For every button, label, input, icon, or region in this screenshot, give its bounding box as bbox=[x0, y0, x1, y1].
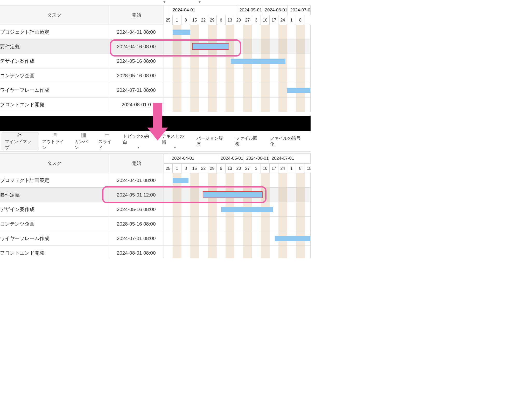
gantt-bar[interactable] bbox=[275, 236, 311, 241]
task-row[interactable]: プロジェクト計画策定2024-04-01 08:00 bbox=[0, 25, 311, 39]
gantt-bar[interactable] bbox=[173, 30, 190, 35]
gantt-lane[interactable] bbox=[164, 68, 311, 83]
gantt-lane[interactable] bbox=[164, 97, 311, 112]
timeline-day: 27 bbox=[243, 15, 252, 25]
gantt-bar[interactable] bbox=[231, 59, 285, 64]
task-start-cell[interactable]: 2024-08-01 0 bbox=[109, 97, 164, 112]
task-row[interactable]: 要件定義2024-04-16 08:00 bbox=[0, 39, 311, 54]
timeline-day: 17 bbox=[270, 15, 278, 25]
timeline-month: 2024-07-01 bbox=[269, 154, 294, 163]
task-row[interactable]: 要件定義2024-05-01 12:00 bbox=[0, 188, 311, 202]
gantt-lane[interactable] bbox=[164, 246, 311, 258]
timeline-month: 2024-05-01 bbox=[218, 154, 243, 163]
gantt-lane[interactable] bbox=[164, 83, 311, 97]
gantt-before: タスク 開始 2024-04-012024-05-012024-06-01202… bbox=[0, 5, 311, 122]
timeline-month bbox=[164, 154, 169, 163]
col-header-task: タスク bbox=[0, 153, 109, 173]
timeline-day: 15 bbox=[190, 164, 199, 173]
timeline-month: 2024-06-01 bbox=[262, 5, 288, 15]
timeline-day: 25 bbox=[164, 164, 173, 173]
task-row[interactable]: フロントエンド開発2024-08-01 0 bbox=[0, 97, 311, 112]
task-name-cell[interactable]: プロジェクト計画策定 bbox=[0, 25, 109, 39]
dropdown-caret-icon[interactable]: ▾ bbox=[163, 0, 165, 4]
timeline-day: 6 bbox=[217, 15, 226, 25]
gantt-lane[interactable] bbox=[164, 173, 311, 187]
task-name-cell[interactable]: デザイン案作成 bbox=[0, 202, 109, 216]
task-row[interactable]: コンテンツ企画2028-05-16 08:00 bbox=[0, 68, 311, 83]
task-start-cell[interactable]: 2024-05-16 08:00 bbox=[109, 54, 164, 68]
col-header-start: 開始 bbox=[109, 5, 164, 25]
task-start-cell[interactable]: 2024-07-01 08:00 bbox=[109, 231, 164, 246]
timeline-day: 10 bbox=[261, 164, 270, 173]
gantt-lane[interactable] bbox=[164, 202, 311, 216]
task-start-cell[interactable]: 2024-08-01 08:00 bbox=[109, 246, 164, 258]
timeline-month bbox=[294, 154, 311, 163]
timeline-header: 2024-04-012024-05-012024-06-012024-07-0 … bbox=[164, 5, 311, 25]
timeline-day: 8 bbox=[181, 15, 190, 25]
task-row[interactable]: デザイン案作成2024-05-16 08:00 bbox=[0, 54, 311, 68]
task-name-cell[interactable]: コンテンツ企画 bbox=[0, 68, 109, 83]
task-start-cell[interactable]: 2024-04-01 08:00 bbox=[109, 25, 164, 39]
task-row[interactable]: ワイヤーフレーム作成2024-07-01 08:00 bbox=[0, 83, 311, 97]
timeline-day: 1 bbox=[287, 164, 296, 173]
gantt-lane[interactable] bbox=[164, 54, 311, 68]
timeline-day: 29 bbox=[208, 164, 217, 173]
gantt-lane[interactable] bbox=[164, 25, 311, 39]
timeline-day: 1 bbox=[173, 164, 181, 173]
separator bbox=[0, 116, 311, 131]
gantt-lane[interactable] bbox=[164, 39, 311, 54]
timeline-day: 22 bbox=[199, 15, 208, 25]
task-row[interactable]: プロジェクト計画策定2024-04-01 08:00 bbox=[0, 173, 311, 188]
timeline-header: 2024-04-012024-05-012024-06-012024-07-01… bbox=[164, 153, 311, 173]
task-row[interactable]: ワイヤーフレーム作成2024-07-01 08:00 bbox=[0, 231, 311, 246]
gantt-bar[interactable] bbox=[192, 43, 229, 50]
task-name-cell[interactable]: ワイヤーフレーム作成 bbox=[0, 83, 109, 97]
timeline-month: 2024-04-01 bbox=[170, 5, 237, 15]
timeline-day: 20 bbox=[234, 164, 243, 173]
task-name-cell[interactable]: デザイン案作成 bbox=[0, 54, 109, 68]
timeline-day: 8 bbox=[296, 15, 305, 25]
timeline-day: 24 bbox=[278, 164, 287, 173]
task-start-cell[interactable]: 2024-05-16 08:00 bbox=[109, 202, 164, 216]
task-name-cell[interactable]: フロントエンド開発 bbox=[0, 97, 109, 112]
gantt-bar[interactable] bbox=[221, 207, 273, 212]
timeline-day: 27 bbox=[243, 164, 252, 173]
timeline-day: 24 bbox=[278, 15, 287, 25]
dropdown-caret-icon[interactable]: ▾ bbox=[199, 0, 201, 4]
gantt-lane[interactable] bbox=[164, 231, 311, 246]
task-name-cell[interactable]: コンテンツ企画 bbox=[0, 217, 109, 231]
gantt-lane[interactable] bbox=[164, 217, 311, 231]
task-start-cell[interactable]: 2024-05-01 12:00 bbox=[109, 188, 164, 202]
timeline-day: 3 bbox=[252, 15, 261, 25]
task-name-cell[interactable]: 要件定義 bbox=[0, 188, 109, 202]
timeline-day: 20 bbox=[234, 15, 243, 25]
timeline-day: 10 bbox=[261, 15, 270, 25]
gantt-bar[interactable] bbox=[287, 88, 311, 93]
timeline-day: 8 bbox=[181, 164, 190, 173]
task-name-cell[interactable]: ワイヤーフレーム作成 bbox=[0, 231, 109, 246]
task-start-cell[interactable]: 2024-04-16 08:00 bbox=[109, 39, 164, 54]
task-name-cell[interactable]: フロントエンド開発 bbox=[0, 246, 109, 258]
timeline-day: 1 bbox=[287, 15, 296, 25]
gantt-lane[interactable] bbox=[164, 188, 311, 202]
timeline-month: 2024-04-01 bbox=[169, 154, 218, 163]
timeline-day: 1 bbox=[173, 15, 181, 25]
col-header-task: タスク bbox=[0, 5, 109, 25]
timeline-day: 13 bbox=[226, 164, 234, 173]
task-row[interactable]: コンテンツ企画2028-05-16 08:00 bbox=[0, 217, 311, 231]
timeline-day: 17 bbox=[270, 164, 278, 173]
col-header-start: 開始 bbox=[109, 153, 164, 173]
timeline-month bbox=[164, 5, 170, 15]
task-start-cell[interactable]: 2028-05-16 08:00 bbox=[109, 68, 164, 83]
timeline-day: 13 bbox=[226, 15, 234, 25]
gantt-bar[interactable] bbox=[203, 191, 263, 198]
task-row[interactable]: フロントエンド開発2024-08-01 08:00 bbox=[0, 246, 311, 258]
task-start-cell[interactable]: 2024-07-01 08:00 bbox=[109, 83, 164, 97]
task-start-cell[interactable]: 2028-05-16 08:00 bbox=[109, 217, 164, 231]
task-name-cell[interactable]: プロジェクト計画策定 bbox=[0, 173, 109, 187]
task-name-cell[interactable]: 要件定義 bbox=[0, 39, 109, 54]
timeline-day: 15 bbox=[190, 15, 199, 25]
gantt-bar[interactable] bbox=[173, 178, 188, 183]
task-start-cell[interactable]: 2024-04-01 08:00 bbox=[109, 173, 164, 187]
task-row[interactable]: デザイン案作成2024-05-16 08:00 bbox=[0, 202, 311, 217]
